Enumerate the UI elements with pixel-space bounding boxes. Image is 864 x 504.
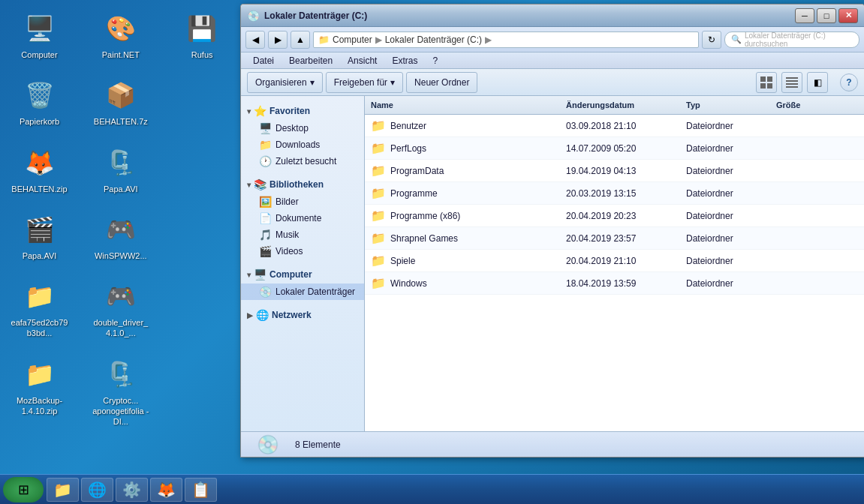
sidebar-computer-header[interactable]: ▾ 🖥️ Computer (241, 266, 364, 284)
taskbar-item-settings[interactable]: ⚙️ (116, 478, 148, 502)
table-row[interactable]: 📁 ProgramData 19.04.2019 04:13 Dateiordn… (365, 160, 864, 182)
file-date: 19.04.2019 04:13 (560, 164, 680, 178)
refresh-button[interactable]: ↻ (702, 31, 721, 49)
sidebar-item-local-drive[interactable]: 💿 Lokaler Datenträger (241, 284, 364, 300)
search-box[interactable]: 🔍 Lokaler Datenträger (C:) durchsuchen (724, 32, 859, 48)
sidebar-network-header[interactable]: ▶ 🌐 Netzwerk (241, 306, 364, 324)
status-bar: 💿 8 Elemente (241, 431, 864, 457)
col-type-header[interactable]: Typ (680, 99, 770, 111)
help-label: ? (846, 77, 851, 88)
desktop-icon-mozbackup[interactable]: 🗜️ Cryptoc... aponogetifolia -DI... (89, 353, 152, 430)
taskbar-item-file-explorer[interactable]: 📁 (47, 478, 79, 502)
eafa-icon: 📁 (22, 278, 58, 314)
details-view-button[interactable] (781, 72, 802, 93)
view-button[interactable] (756, 72, 777, 93)
libraries-icon: 📚 (254, 178, 266, 190)
mozbackup-icon: 🗜️ (103, 356, 139, 392)
file-list: Name Änderungsdatum Typ Größe 📁 Benutzer… (365, 96, 864, 431)
column-headers: Name Änderungsdatum Typ Größe (365, 96, 864, 115)
menu-datei[interactable]: Datei (247, 54, 280, 68)
file-date: 18.04.2019 13:59 (560, 277, 680, 290)
desktop-icon-doubledriver[interactable]: 📁 MozBackup-1.4.10.zip (8, 353, 71, 420)
new-folder-label: Neuer Ordner (414, 77, 469, 88)
sidebar-item-downloads[interactable]: 📁 Downloads (241, 136, 364, 153)
details-icon (786, 76, 798, 88)
favorites-star-icon: ⭐ (254, 105, 266, 117)
paintnet-icon: 🎨 (103, 10, 139, 46)
table-row[interactable]: 📁 Shrapnel Games 20.04.2019 23:57 Dateio… (365, 227, 864, 250)
menu-bar: Datei Bearbeiten Ansicht Extras ? (241, 52, 864, 69)
menu-ansicht[interactable]: Ansicht (342, 54, 383, 68)
documents-sidebar-label: Dokumente (275, 213, 321, 224)
paintnet-label: Paint.NET (102, 50, 140, 60)
file-type: Dateiordner (680, 187, 770, 200)
sidebar-item-videos[interactable]: 🎬 Videos (241, 243, 364, 260)
desktop-icon-behaltenzip[interactable]: 🗜️ Papa.AVI (89, 142, 152, 197)
new-folder-button[interactable]: Neuer Ordner (406, 72, 477, 93)
taskbar-item-firefox[interactable]: 🦊 (150, 478, 182, 502)
sidebar-libraries-header[interactable]: ▾ 📚 Bibliotheken (241, 176, 364, 194)
videos-sidebar-icon: 🎬 (259, 245, 272, 257)
desktop-icon-eafa[interactable]: 📁 eafa75ed2cb79b3bd... (8, 275, 71, 342)
file-type: Dateiordner (680, 277, 770, 290)
sidebar-item-desktop[interactable]: 🖥️ Desktop (241, 120, 364, 136)
maximize-button[interactable]: □ (817, 8, 836, 23)
sidebar-item-music[interactable]: 🎵 Musik (241, 226, 364, 243)
file-type: Dateiordner (680, 232, 770, 245)
desktop-icon-paintnet[interactable]: 🎨 Paint.NET (89, 8, 152, 63)
file-size (770, 214, 845, 218)
desktop-icon-papaavi[interactable]: 🎬 Papa.AVI (8, 208, 71, 264)
desktop-icon-rufus[interactable]: 💾 Rufus (170, 8, 234, 63)
preview-button[interactable]: ◧ (807, 72, 828, 93)
desktop-icon-papierkorb[interactable]: 🗑️ Papierkorb (8, 74, 71, 130)
table-row[interactable]: 📁 Programme 20.03.2019 13:15 Dateiordner (365, 182, 864, 205)
table-row[interactable]: 📁 Windows 18.04.2019 13:59 Dateiordner (365, 272, 864, 295)
help-button[interactable]: ? (840, 74, 858, 92)
desktop-icon-winspww2[interactable]: 🎮 WinSPWW2... (89, 208, 152, 264)
favorites-collapse-icon: ▾ (247, 107, 251, 116)
share-button[interactable]: Freigeben für ▾ (326, 72, 403, 93)
table-row[interactable]: 📁 Programme (x86) 20.04.2019 20:23 Datei… (365, 205, 864, 227)
col-name-header[interactable]: Name (365, 99, 560, 111)
table-row[interactable]: 📁 Benutzer 03.09.2018 21:10 Dateiordner (365, 115, 864, 137)
desktop-icon-computer[interactable]: 🖥️ Computer (8, 8, 71, 63)
desktop-icons-container: 🖥️ Computer 🗑️ Papierkorb 🦊 BEHALTEN.zip… (8, 8, 240, 472)
address-path[interactable]: 📁 Computer ▶ Lokaler Datenträger (C:) ▶ (313, 32, 699, 48)
desktop-icon-firefox[interactable]: 🦊 BEHALTEN.zip (8, 142, 71, 197)
doubledriver-icon: 📁 (22, 356, 58, 392)
table-row[interactable]: 📁 Spiele 20.04.2019 21:10 Dateiordner (365, 250, 864, 272)
libraries-label: Bibliotheken (269, 179, 324, 190)
taskbar-item-browser[interactable]: 🌐 (81, 478, 113, 502)
menu-bearbeiten[interactable]: Bearbeiten (283, 54, 339, 68)
table-row[interactable]: 📁 PerfLogs 14.07.2009 05:20 Dateiordner (365, 137, 864, 160)
close-button[interactable]: ✕ (838, 8, 858, 23)
desktop-icon-winspww2game[interactable]: 🎮 double_driver_4.1.0_... (89, 275, 152, 342)
file-type: Dateiordner (680, 164, 770, 178)
taskbar-item-extra[interactable]: 📋 (185, 478, 217, 502)
sidebar-favorites-header[interactable]: ▾ ⭐ Favoriten (241, 102, 364, 120)
sidebar-item-recent[interactable]: 🕐 Zuletzt besucht (241, 153, 364, 170)
local-drive-sidebar-label: Lokaler Datenträger (275, 286, 355, 297)
images-sidebar-icon: 🖼️ (259, 196, 272, 208)
firefox-icon: 🦊 (22, 145, 58, 181)
sidebar-item-images[interactable]: 🖼️ Bilder (241, 194, 364, 210)
file-date: 14.07.2009 05:20 (560, 142, 680, 155)
share-dropdown-icon: ▾ (390, 77, 395, 88)
desktop-icon-behalten7z[interactable]: 📦 BEHALTEN.7z (89, 74, 152, 130)
images-sidebar-label: Bilder (275, 196, 299, 207)
col-date-header[interactable]: Änderungsdatum (560, 99, 680, 111)
start-button[interactable]: ⊞ (3, 477, 44, 502)
menu-extras[interactable]: Extras (386, 54, 423, 68)
folder-icon: 📁 (371, 164, 386, 178)
organize-button[interactable]: Organisieren ▾ (247, 72, 323, 93)
svg-rect-7 (786, 86, 798, 88)
up-button[interactable]: ▲ (291, 31, 310, 49)
col-size-header[interactable]: Größe (770, 99, 845, 111)
forward-button[interactable]: ▶ (268, 31, 287, 49)
menu-help[interactable]: ? (426, 54, 444, 68)
path-separator-1: ▶ (375, 34, 382, 45)
computer-icon: 🖥️ (22, 10, 58, 46)
sidebar-item-documents[interactable]: 📄 Dokumente (241, 210, 364, 226)
back-button[interactable]: ◀ (245, 31, 265, 49)
minimize-button[interactable]: ─ (795, 8, 814, 23)
